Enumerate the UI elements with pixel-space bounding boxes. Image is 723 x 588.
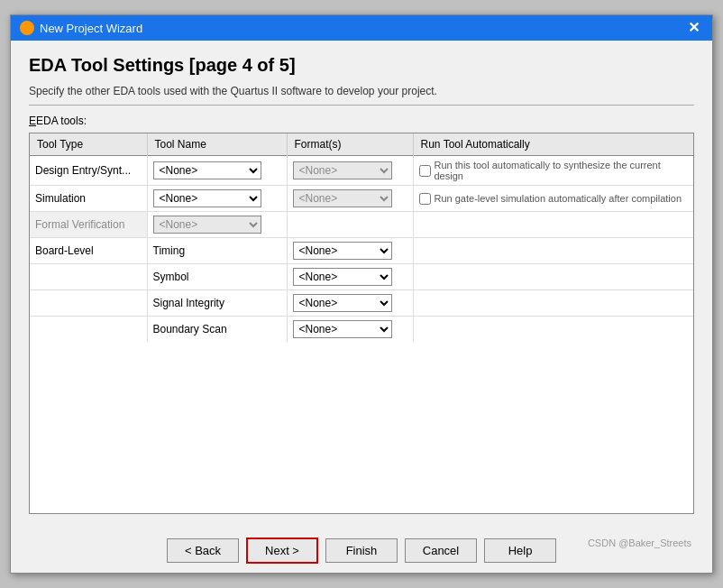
run-tool-checkbox[interactable] (419, 165, 431, 177)
col-header-tool-type: Tool Type (30, 133, 147, 156)
table-row: Simulation<None><None>Run gate-level sim… (30, 186, 693, 212)
cell-tool-type: Formal Verification (30, 212, 147, 238)
description-text: Specify the other EDA tools used with th… (29, 85, 694, 97)
section-label: EEDA tools: (29, 115, 694, 127)
format-select[interactable]: <None> (293, 320, 392, 338)
back-button[interactable]: < Back (167, 538, 239, 563)
cancel-button[interactable]: Cancel (405, 538, 477, 563)
cell-tool-type: Design Entry/Synt... (30, 156, 147, 186)
table-row: Board-LevelTiming<None> (30, 238, 693, 264)
cell-tool-type (30, 290, 147, 317)
wizard-icon (20, 21, 34, 35)
tool-name-select[interactable]: <None> (153, 161, 261, 179)
next-button[interactable]: Next > (246, 537, 318, 564)
help-button[interactable]: Help (484, 538, 556, 563)
tool-name-select[interactable]: <None> (153, 189, 261, 207)
cell-run-tool (413, 317, 693, 343)
format-select[interactable]: <None> (293, 268, 392, 286)
cell-tool-name: Signal Integrity (147, 290, 287, 317)
table-row: Signal Integrity<None> (30, 290, 693, 317)
run-tool-label: Run this tool automatically to synthesiz… (435, 160, 689, 181)
tool-name-label: Timing (153, 244, 186, 257)
cell-format: <None> (287, 238, 413, 264)
cell-format: <None> (287, 186, 413, 212)
page-title: EDA Tool Settings [page 4 of 5] (29, 55, 694, 76)
dialog-title: New Project Wizard (40, 22, 684, 35)
cell-run-tool (413, 238, 693, 264)
run-tool-checkbox-row: Run this tool automatically to synthesiz… (419, 160, 689, 181)
title-bar: New Project Wizard ✕ (11, 15, 712, 41)
cell-tool-name: Symbol (147, 264, 287, 290)
format-select[interactable]: <None> (293, 161, 392, 179)
format-select[interactable]: <None> (293, 189, 392, 207)
cell-format: <None> (287, 290, 413, 317)
run-tool-checkbox[interactable] (419, 193, 431, 205)
watermark: CSDN @Baker_Streets (588, 537, 691, 548)
cell-format (287, 212, 413, 238)
eda-tools-table-container: Tool Type Tool Name Format(s) Run Tool A… (29, 133, 694, 514)
dialog-window: New Project Wizard ✕ EDA Tool Settings [… (10, 14, 713, 574)
tool-name-select-grayed[interactable]: <None> (153, 216, 261, 234)
run-tool-checkbox-row: Run gate-level simulation automatically … (419, 193, 689, 205)
col-header-run: Run Tool Automatically (413, 133, 693, 156)
cell-run-tool: Run gate-level simulation automatically … (413, 186, 693, 212)
col-header-tool-name: Tool Name (147, 133, 287, 156)
cell-tool-name: Boundary Scan (147, 317, 287, 343)
table-row: Design Entry/Synt...<None><None>Run this… (30, 156, 693, 186)
cell-tool-type: Simulation (30, 186, 147, 212)
table-row: Formal Verification<None> (30, 212, 693, 238)
cell-tool-type: Board-Level (30, 238, 147, 264)
cell-tool-name: <None> (147, 212, 287, 238)
cell-run-tool (413, 212, 693, 238)
table-row: Symbol<None> (30, 264, 693, 290)
col-header-formats: Format(s) (287, 133, 413, 156)
cell-run-tool (413, 264, 693, 290)
tool-name-label: Symbol (153, 271, 189, 283)
dialog-body: EDA Tool Settings [page 4 of 5] Specify … (11, 41, 712, 528)
close-button[interactable]: ✕ (684, 21, 703, 35)
eda-tools-table: Tool Type Tool Name Format(s) Run Tool A… (30, 133, 693, 342)
dialog-footer: < Back Next > Finish Cancel Help (11, 528, 712, 573)
format-select[interactable]: <None> (293, 294, 392, 312)
cell-tool-name: Timing (147, 238, 287, 264)
cell-format: <None> (287, 317, 413, 343)
cell-format: <None> (287, 264, 413, 290)
cell-tool-type (30, 264, 147, 290)
cell-format: <None> (287, 156, 413, 186)
separator (29, 105, 694, 106)
cell-tool-type (30, 317, 147, 343)
cell-run-tool (413, 290, 693, 317)
cell-run-tool: Run this tool automatically to synthesiz… (413, 156, 693, 186)
tool-name-label: Boundary Scan (153, 323, 227, 335)
cell-tool-name: <None> (147, 186, 287, 212)
finish-button[interactable]: Finish (325, 538, 398, 563)
tool-name-label: Signal Integrity (153, 297, 224, 309)
format-select[interactable]: <None> (293, 242, 392, 260)
table-row: Boundary Scan<None> (30, 317, 693, 343)
cell-tool-name: <None> (147, 156, 287, 186)
run-tool-label: Run gate-level simulation automatically … (435, 193, 682, 204)
